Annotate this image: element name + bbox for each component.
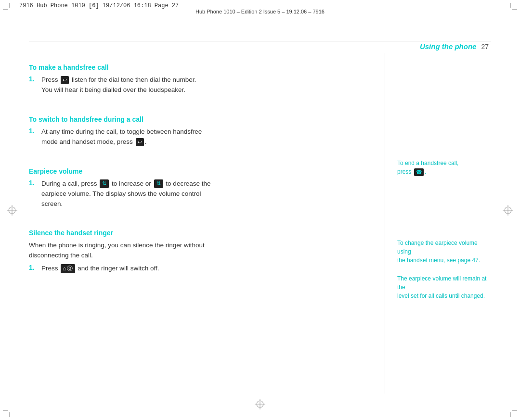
step-content-handsfree-1: Press ↩ listen for the dial tone then di… [41,75,196,95]
right-col-inner: To end a handsfree call, press ☎. To cha… [397,53,491,300]
step-number-3: 1. [29,179,38,209]
handsfree-button-icon: ↩ [61,76,69,84]
section-header-handsfree-call: To make a handsfree call [29,64,370,71]
content-area: To make a handsfree call 1. Press ↩ list… [29,53,491,394]
corner-mark-bottom-left [3,404,16,417]
step-handsfree-1: 1. Press ↩ listen for the dial tone then… [29,75,370,95]
section-header-silence: Silence the handset ringer [29,229,370,237]
silence-paragraph: When the phone is ringing, you can silen… [29,241,370,261]
silence-button-icon: ⌂⓪ [61,264,75,273]
right-registration-mark [503,205,513,216]
page-title-area: Using the phone 27 [420,42,489,51]
header-bar: 7916 Hub Phone 1010 [6] 19/12/06 16:18 P… [0,0,520,23]
section-header-earpiece: Earpiece volume [29,167,370,175]
step-content-silence-1: Press ⌂⓪ and the ringer will switch off. [41,264,159,274]
page-title: Using the phone [420,42,477,51]
step-content-earpiece-1: During a call, press ⇅ to increase or ⇅ … [41,179,210,209]
right-column: To end a handsfree call, press ☎. To cha… [385,53,491,394]
left-registration-mark [7,205,17,216]
left-column: To make a handsfree call 1. Press ↩ list… [29,53,385,394]
top-divider [29,41,491,41]
volume-up-icon: ⇅ [100,179,109,188]
bottom-registration-mark [255,399,265,409]
page-number: 27 [481,43,489,51]
step-silence-1: 1. Press ⌂⓪ and the ringer will switch o… [29,264,370,274]
corner-mark-bottom-right [504,404,517,417]
right-note-volume-persist: The earpiece volume will remain at the l… [397,274,491,300]
header-sub-line: Hub Phone 1010 – Edition 2 Issue 5 – 19.… [19,9,501,14]
right-note-handsfree-end: To end a handsfree call, press ☎. [397,159,491,176]
end-call-icon: ☎ [414,168,424,176]
step-earpiece-1: 1. During a call, press ⇅ to increase or… [29,179,370,209]
step-switch-1: 1. At any time during the call, to toggl… [29,127,370,147]
right-note-volume-menu: To change the earpiece volume using the … [397,239,491,265]
step-number-1: 1. [29,75,38,95]
volume-down-icon: ⇅ [154,179,163,188]
step-number-4: 1. [29,264,38,274]
handsfree-toggle-icon: ↩ [136,138,144,146]
step-number-2: 1. [29,127,38,147]
section-header-switch-handsfree: To switch to handsfree during a call [29,115,370,123]
step-content-switch-1: At any time during the call, to toggle b… [41,127,202,147]
